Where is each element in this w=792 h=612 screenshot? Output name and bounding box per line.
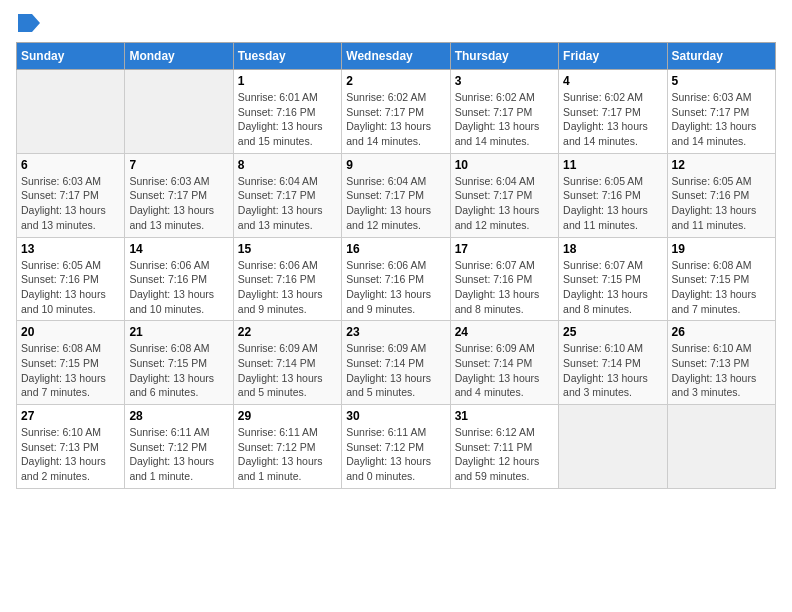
day-number: 3 xyxy=(455,74,554,88)
calendar-cell: 24Sunrise: 6:09 AM Sunset: 7:14 PM Dayli… xyxy=(450,321,558,405)
day-info: Sunrise: 6:02 AM Sunset: 7:17 PM Dayligh… xyxy=(455,90,554,149)
calendar-cell: 28Sunrise: 6:11 AM Sunset: 7:12 PM Dayli… xyxy=(125,405,233,489)
calendar-cell: 18Sunrise: 6:07 AM Sunset: 7:15 PM Dayli… xyxy=(559,237,667,321)
day-header: Wednesday xyxy=(342,43,450,70)
day-info: Sunrise: 6:05 AM Sunset: 7:16 PM Dayligh… xyxy=(21,258,120,317)
day-info: Sunrise: 6:03 AM Sunset: 7:17 PM Dayligh… xyxy=(129,174,228,233)
calendar-cell: 2Sunrise: 6:02 AM Sunset: 7:17 PM Daylig… xyxy=(342,70,450,154)
logo-icon xyxy=(18,14,40,32)
day-number: 2 xyxy=(346,74,445,88)
day-number: 21 xyxy=(129,325,228,339)
day-info: Sunrise: 6:04 AM Sunset: 7:17 PM Dayligh… xyxy=(238,174,337,233)
day-header: Sunday xyxy=(17,43,125,70)
calendar-cell: 3Sunrise: 6:02 AM Sunset: 7:17 PM Daylig… xyxy=(450,70,558,154)
day-info: Sunrise: 6:03 AM Sunset: 7:17 PM Dayligh… xyxy=(672,90,771,149)
day-info: Sunrise: 6:10 AM Sunset: 7:13 PM Dayligh… xyxy=(21,425,120,484)
calendar-cell: 15Sunrise: 6:06 AM Sunset: 7:16 PM Dayli… xyxy=(233,237,341,321)
day-info: Sunrise: 6:08 AM Sunset: 7:15 PM Dayligh… xyxy=(21,341,120,400)
day-number: 8 xyxy=(238,158,337,172)
day-info: Sunrise: 6:08 AM Sunset: 7:15 PM Dayligh… xyxy=(129,341,228,400)
calendar-cell: 10Sunrise: 6:04 AM Sunset: 7:17 PM Dayli… xyxy=(450,153,558,237)
header xyxy=(16,16,776,32)
day-number: 1 xyxy=(238,74,337,88)
day-number: 19 xyxy=(672,242,771,256)
day-number: 13 xyxy=(21,242,120,256)
day-number: 7 xyxy=(129,158,228,172)
day-number: 16 xyxy=(346,242,445,256)
day-number: 18 xyxy=(563,242,662,256)
calendar-cell xyxy=(125,70,233,154)
calendar-cell: 21Sunrise: 6:08 AM Sunset: 7:15 PM Dayli… xyxy=(125,321,233,405)
calendar-week-row: 27Sunrise: 6:10 AM Sunset: 7:13 PM Dayli… xyxy=(17,405,776,489)
calendar-cell: 25Sunrise: 6:10 AM Sunset: 7:14 PM Dayli… xyxy=(559,321,667,405)
day-info: Sunrise: 6:01 AM Sunset: 7:16 PM Dayligh… xyxy=(238,90,337,149)
calendar-cell: 7Sunrise: 6:03 AM Sunset: 7:17 PM Daylig… xyxy=(125,153,233,237)
calendar-cell: 31Sunrise: 6:12 AM Sunset: 7:11 PM Dayli… xyxy=(450,405,558,489)
day-info: Sunrise: 6:08 AM Sunset: 7:15 PM Dayligh… xyxy=(672,258,771,317)
day-info: Sunrise: 6:10 AM Sunset: 7:13 PM Dayligh… xyxy=(672,341,771,400)
day-info: Sunrise: 6:06 AM Sunset: 7:16 PM Dayligh… xyxy=(346,258,445,317)
calendar-cell: 16Sunrise: 6:06 AM Sunset: 7:16 PM Dayli… xyxy=(342,237,450,321)
day-number: 6 xyxy=(21,158,120,172)
day-number: 24 xyxy=(455,325,554,339)
calendar-week-row: 20Sunrise: 6:08 AM Sunset: 7:15 PM Dayli… xyxy=(17,321,776,405)
day-number: 10 xyxy=(455,158,554,172)
day-info: Sunrise: 6:06 AM Sunset: 7:16 PM Dayligh… xyxy=(129,258,228,317)
calendar-cell: 1Sunrise: 6:01 AM Sunset: 7:16 PM Daylig… xyxy=(233,70,341,154)
calendar-body: 1Sunrise: 6:01 AM Sunset: 7:16 PM Daylig… xyxy=(17,70,776,489)
day-number: 23 xyxy=(346,325,445,339)
calendar-cell: 27Sunrise: 6:10 AM Sunset: 7:13 PM Dayli… xyxy=(17,405,125,489)
day-info: Sunrise: 6:09 AM Sunset: 7:14 PM Dayligh… xyxy=(455,341,554,400)
day-info: Sunrise: 6:09 AM Sunset: 7:14 PM Dayligh… xyxy=(346,341,445,400)
calendar-cell: 22Sunrise: 6:09 AM Sunset: 7:14 PM Dayli… xyxy=(233,321,341,405)
day-number: 26 xyxy=(672,325,771,339)
day-info: Sunrise: 6:06 AM Sunset: 7:16 PM Dayligh… xyxy=(238,258,337,317)
calendar-cell: 29Sunrise: 6:11 AM Sunset: 7:12 PM Dayli… xyxy=(233,405,341,489)
calendar-cell: 5Sunrise: 6:03 AM Sunset: 7:17 PM Daylig… xyxy=(667,70,775,154)
day-number: 27 xyxy=(21,409,120,423)
day-info: Sunrise: 6:11 AM Sunset: 7:12 PM Dayligh… xyxy=(238,425,337,484)
logo xyxy=(16,16,40,32)
day-info: Sunrise: 6:11 AM Sunset: 7:12 PM Dayligh… xyxy=(346,425,445,484)
calendar-header-row: SundayMondayTuesdayWednesdayThursdayFrid… xyxy=(17,43,776,70)
day-info: Sunrise: 6:09 AM Sunset: 7:14 PM Dayligh… xyxy=(238,341,337,400)
day-info: Sunrise: 6:07 AM Sunset: 7:15 PM Dayligh… xyxy=(563,258,662,317)
calendar-cell: 14Sunrise: 6:06 AM Sunset: 7:16 PM Dayli… xyxy=(125,237,233,321)
calendar-cell xyxy=(559,405,667,489)
day-info: Sunrise: 6:02 AM Sunset: 7:17 PM Dayligh… xyxy=(346,90,445,149)
day-number: 25 xyxy=(563,325,662,339)
calendar-table: SundayMondayTuesdayWednesdayThursdayFrid… xyxy=(16,42,776,489)
calendar-cell: 19Sunrise: 6:08 AM Sunset: 7:15 PM Dayli… xyxy=(667,237,775,321)
day-number: 17 xyxy=(455,242,554,256)
calendar-cell: 30Sunrise: 6:11 AM Sunset: 7:12 PM Dayli… xyxy=(342,405,450,489)
day-info: Sunrise: 6:10 AM Sunset: 7:14 PM Dayligh… xyxy=(563,341,662,400)
day-number: 28 xyxy=(129,409,228,423)
day-info: Sunrise: 6:05 AM Sunset: 7:16 PM Dayligh… xyxy=(563,174,662,233)
calendar-week-row: 6Sunrise: 6:03 AM Sunset: 7:17 PM Daylig… xyxy=(17,153,776,237)
day-number: 15 xyxy=(238,242,337,256)
day-info: Sunrise: 6:03 AM Sunset: 7:17 PM Dayligh… xyxy=(21,174,120,233)
day-header: Thursday xyxy=(450,43,558,70)
calendar-cell: 8Sunrise: 6:04 AM Sunset: 7:17 PM Daylig… xyxy=(233,153,341,237)
day-number: 31 xyxy=(455,409,554,423)
day-number: 9 xyxy=(346,158,445,172)
day-number: 30 xyxy=(346,409,445,423)
svg-marker-0 xyxy=(18,14,40,32)
calendar-cell: 4Sunrise: 6:02 AM Sunset: 7:17 PM Daylig… xyxy=(559,70,667,154)
day-info: Sunrise: 6:07 AM Sunset: 7:16 PM Dayligh… xyxy=(455,258,554,317)
calendar-cell: 20Sunrise: 6:08 AM Sunset: 7:15 PM Dayli… xyxy=(17,321,125,405)
day-number: 20 xyxy=(21,325,120,339)
calendar-cell: 12Sunrise: 6:05 AM Sunset: 7:16 PM Dayli… xyxy=(667,153,775,237)
calendar-week-row: 13Sunrise: 6:05 AM Sunset: 7:16 PM Dayli… xyxy=(17,237,776,321)
day-header: Monday xyxy=(125,43,233,70)
calendar-cell: 13Sunrise: 6:05 AM Sunset: 7:16 PM Dayli… xyxy=(17,237,125,321)
day-info: Sunrise: 6:11 AM Sunset: 7:12 PM Dayligh… xyxy=(129,425,228,484)
day-number: 4 xyxy=(563,74,662,88)
calendar-cell: 23Sunrise: 6:09 AM Sunset: 7:14 PM Dayli… xyxy=(342,321,450,405)
calendar-cell: 26Sunrise: 6:10 AM Sunset: 7:13 PM Dayli… xyxy=(667,321,775,405)
calendar-cell xyxy=(17,70,125,154)
day-number: 22 xyxy=(238,325,337,339)
day-info: Sunrise: 6:05 AM Sunset: 7:16 PM Dayligh… xyxy=(672,174,771,233)
day-info: Sunrise: 6:04 AM Sunset: 7:17 PM Dayligh… xyxy=(455,174,554,233)
calendar-cell: 6Sunrise: 6:03 AM Sunset: 7:17 PM Daylig… xyxy=(17,153,125,237)
